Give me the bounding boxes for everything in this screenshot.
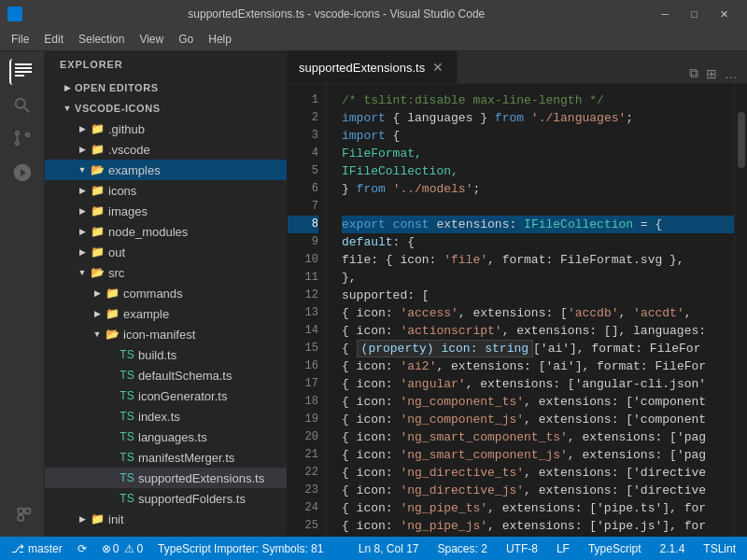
folder-out[interactable]: ▶ 📁 out — [45, 242, 287, 262]
tab-filename: supportedExtensions.ts — [299, 61, 425, 75]
close-button[interactable]: ✕ — [709, 8, 740, 21]
folder-commands[interactable]: ▶ 📁 commands — [45, 283, 287, 303]
menu-view[interactable]: View — [132, 31, 171, 48]
git-branch-name: master — [28, 542, 63, 555]
split-editor-button[interactable]: ⧉ — [687, 63, 700, 83]
menubar: File Edit Selection View Go Help — [0, 28, 747, 51]
file-default-schema[interactable]: ▶ TS defaultSchema.ts — [45, 365, 287, 385]
file-supported-folders[interactable]: ▶ TS supportedFolders.ts — [45, 488, 287, 509]
folder-vscode-label: .vscode — [108, 143, 150, 157]
code-line-13: { icon: 'access', extensions: ['accdb', … — [342, 304, 734, 322]
main-layout: EXPLORER ▶ OPEN EDITORS ▼ VSCODE-ICONS ▶… — [0, 51, 747, 537]
cursor-position[interactable]: Ln 8, Col 17 — [355, 542, 423, 555]
vscode-icons-section[interactable]: ▼ VSCODE-ICONS — [45, 98, 287, 119]
file-build[interactable]: ▶ TS build.ts — [45, 344, 287, 365]
open-editors-section[interactable]: ▶ OPEN EDITORS — [45, 77, 287, 98]
tab-close-button[interactable]: ✕ — [430, 60, 445, 75]
code-line-25: { icon: 'ng_pipe_js', extensions: ['pipe… — [342, 517, 734, 535]
line-numbers: 1 2 3 4 5 6 7 8 9 10 11 12 13 14 15 16 1… — [288, 84, 327, 537]
language-mode[interactable]: TypeScript — [585, 542, 645, 555]
sync-status[interactable]: ⟳ — [74, 542, 91, 555]
folder-commands-label: commands — [123, 287, 183, 301]
file-supported-folders-icon: TS — [120, 491, 134, 506]
folder-vscode[interactable]: ▶ 📁 .vscode — [45, 139, 287, 160]
node-modules-arrow: ▶ — [75, 224, 90, 239]
explorer-activity-icon[interactable] — [9, 59, 35, 85]
tab-supported-extensions[interactable]: supportedExtensions.ts ✕ — [288, 51, 458, 83]
code-line-7 — [342, 198, 734, 216]
folder-src-label: src — [108, 266, 124, 280]
file-languages-label: languages.ts — [138, 430, 207, 444]
window-controls: ─ □ ✕ — [651, 8, 740, 21]
linter-status[interactable]: TSLint — [699, 542, 740, 555]
folder-images-icon: 📁 — [90, 203, 105, 218]
search-activity-icon[interactable] — [9, 92, 35, 119]
folder-images[interactable]: ▶ 📁 images — [45, 201, 287, 221]
menu-edit[interactable]: Edit — [36, 31, 71, 48]
vscode-icons-arrow: ▼ — [60, 101, 75, 116]
line-num-18: 18 — [288, 393, 318, 411]
debug-activity-icon[interactable] — [9, 160, 35, 186]
code-line-6: } from '../models'; — [342, 180, 734, 198]
code-line-14: { icon: 'actionscript', extensions: [], … — [342, 322, 734, 340]
folder-init[interactable]: ▶ 📁 init — [45, 509, 287, 529]
folder-icon-manifest-icon: 📂 — [105, 327, 120, 342]
typescript-version[interactable]: 2.1.4 — [656, 542, 689, 555]
folder-icons-icon: 📁 — [90, 183, 105, 198]
folder-icon-manifest[interactable]: ▼ 📂 icon-manifest — [45, 324, 287, 344]
encoding[interactable]: UTF-8 — [502, 542, 542, 555]
folder-src[interactable]: ▼ 📂 src — [45, 262, 287, 283]
folder-init-icon: 📁 — [90, 511, 105, 526]
folder-icons-label: icons — [108, 184, 136, 198]
folder-icons[interactable]: ▶ 📁 icons — [45, 180, 287, 201]
indentation[interactable]: Spaces: 2 — [434, 542, 491, 555]
file-supported-extensions-label: supportedExtensions.ts — [138, 471, 264, 485]
line-num-2: 2 — [288, 109, 318, 127]
menu-help[interactable]: Help — [201, 31, 239, 48]
folder-examples[interactable]: ▼ 📂 examples — [45, 160, 287, 180]
line-num-23: 23 — [288, 482, 318, 499]
file-index-icon: TS — [120, 409, 134, 424]
line-num-25: 25 — [288, 517, 318, 535]
code-line-24: { icon: 'ng_pipe_ts', extensions: ['pipe… — [342, 499, 734, 517]
menu-selection[interactable]: Selection — [71, 31, 132, 48]
line-num-19: 19 — [288, 411, 318, 428]
commands-arrow: ▶ — [90, 286, 105, 301]
importer-status[interactable]: TypeScript Importer: Symbols: 81 — [154, 542, 327, 555]
line-num-26: 26 — [288, 535, 318, 537]
line-ending[interactable]: LF — [553, 542, 573, 555]
git-branch-icon: ⎇ — [11, 542, 24, 555]
toggle-layout-button[interactable]: ⊞ — [704, 64, 719, 83]
folder-out-label: out — [108, 245, 125, 259]
importer-label: TypeScript Importer: Symbols: 81 — [158, 542, 323, 555]
file-languages-icon: TS — [120, 429, 134, 444]
folder-node-modules[interactable]: ▶ 📁 node_modules — [45, 221, 287, 242]
file-icon-generator[interactable]: ▶ TS iconGenerator.ts — [45, 385, 287, 406]
folder-example[interactable]: ▶ 📁 example — [45, 303, 287, 324]
file-manifest-merger[interactable]: ▶ TS manifestMerger.ts — [45, 447, 287, 468]
line-num-20: 20 — [288, 428, 318, 446]
code-content[interactable]: /* tslint:disable max-line-length */ imp… — [327, 84, 734, 537]
folder-commands-icon: 📁 — [105, 286, 120, 301]
file-supported-extensions[interactable]: ▶ TS supportedExtensions.ts — [45, 468, 287, 488]
menu-file[interactable]: File — [4, 31, 36, 48]
status-right: Ln 8, Col 17 Spaces: 2 UTF-8 LF TypeScri… — [355, 542, 740, 555]
folder-github[interactable]: ▶ 📁 .github — [45, 119, 287, 139]
titlebar-title: supportedExtensions.ts - vscode-icons - … — [28, 7, 645, 21]
scrollbar-thumb[interactable] — [738, 112, 745, 168]
file-languages[interactable]: ▶ TS languages.ts — [45, 427, 287, 447]
file-build-label: build.ts — [138, 348, 176, 362]
more-actions-button[interactable]: … — [723, 64, 740, 83]
minimize-button[interactable]: ─ — [651, 8, 681, 20]
extensions-activity-icon[interactable] — [9, 503, 35, 529]
sync-icon: ⟳ — [78, 542, 87, 555]
code-editor[interactable]: 1 2 3 4 5 6 7 8 9 10 11 12 13 14 15 16 1… — [288, 84, 747, 537]
line-num-24: 24 — [288, 499, 318, 517]
source-control-activity-icon[interactable] — [9, 126, 35, 152]
file-index[interactable]: ▶ TS index.ts — [45, 406, 287, 427]
git-branch-status[interactable]: ⎇ master — [7, 542, 66, 555]
scrollbar[interactable] — [734, 84, 747, 537]
maximize-button[interactable]: □ — [680, 8, 709, 20]
error-warning-status[interactable]: ⊗ 0 ⚠ 0 — [98, 542, 147, 555]
menu-go[interactable]: Go — [171, 31, 201, 48]
